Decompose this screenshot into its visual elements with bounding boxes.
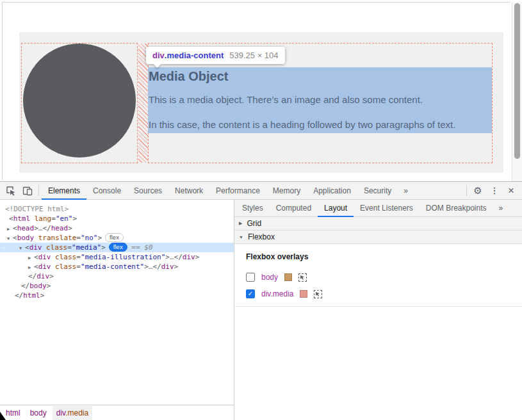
grid-section-header[interactable]: ▶ Grid	[234, 217, 522, 230]
tab-sources[interactable]: Sources	[127, 182, 168, 199]
code-token: </	[28, 272, 37, 280]
code-token: >	[97, 234, 102, 242]
code-token: "media-illustration"	[81, 253, 165, 261]
scrollbar-thumb[interactable]	[514, 3, 520, 159]
device-toolbar-icon[interactable]	[19, 182, 36, 199]
tab-elements[interactable]: Elements	[42, 182, 86, 199]
code-token: <	[25, 243, 29, 252]
sidebar-tab-dom-breakpoints[interactable]: DOM Breakpoints	[420, 200, 493, 216]
code-token: div	[37, 272, 49, 280]
tab-memory[interactable]: Memory	[266, 182, 307, 199]
toolbar-divider	[38, 185, 39, 196]
inspect-element-icon[interactable]	[3, 182, 19, 199]
elements-sidebar-pane: StylesComputedLayoutEvent ListenersDOM B…	[234, 200, 522, 420]
media-circle-image	[23, 44, 136, 158]
overlay-checkbox-checked[interactable]: ✓	[246, 289, 255, 298]
tab-console[interactable]: Console	[86, 182, 127, 199]
sidebar-tab-layout[interactable]: Layout	[318, 200, 354, 216]
customize-menu-icon[interactable]: ⋮	[486, 182, 503, 199]
code-token: <!DOCTYPE html>	[5, 205, 69, 213]
code-token: </	[15, 291, 23, 300]
code-token: body	[17, 234, 35, 242]
code-token: ==	[127, 243, 145, 252]
sidebar-tab-computed[interactable]: Computed	[270, 200, 318, 216]
devtools-toolbar: ElementsConsoleSourcesNetworkPerformance…	[0, 182, 522, 200]
tree-row[interactable]: <!DOCTYPE html>	[0, 204, 234, 214]
close-icon[interactable]: ×	[503, 182, 519, 199]
select-element-icon[interactable]	[314, 290, 322, 298]
tooltip-dimensions: 539.25 × 104	[229, 51, 278, 60]
tab-security[interactable]: Security	[357, 182, 398, 199]
overlay-row-body: body	[246, 269, 510, 286]
inspect-tooltip: div .media-content 539.25 × 104	[146, 47, 285, 64]
code-token: head	[51, 224, 69, 232]
code-token: </	[174, 253, 183, 261]
code-token: =	[67, 243, 72, 252]
more-tabs-chevron[interactable]: »	[398, 182, 414, 199]
media-heading: Media Object	[149, 69, 492, 84]
tree-row-selected[interactable]: ⋯▼<div class="media">flex == $0	[0, 243, 234, 252]
tree-row[interactable]: </div>	[0, 271, 234, 281]
overlay-color-swatch[interactable]	[300, 290, 307, 298]
browser-viewport: Media Object This is a media object. The…	[0, 0, 522, 181]
select-element-icon[interactable]	[298, 273, 307, 282]
elements-tree-pane: <!DOCTYPE html><html lang="en">▶<head>…<…	[0, 200, 234, 420]
tree-row[interactable]: </body>	[0, 281, 234, 291]
sidebar-tab-styles[interactable]: Styles	[236, 200, 270, 216]
settings-gear-icon[interactable]: ⚙	[469, 182, 486, 199]
overlay-color-swatch[interactable]	[284, 273, 292, 281]
flex-badge[interactable]: flex	[105, 233, 124, 242]
sidebar-more-tabs-chevron[interactable]: »	[493, 200, 509, 216]
overlay-element-label[interactable]: div.media	[261, 289, 293, 298]
tab-application[interactable]: Application	[307, 182, 357, 199]
code-token: body	[29, 282, 47, 290]
code-token: =	[51, 214, 56, 223]
code-token: …	[170, 253, 174, 261]
code-token: >	[195, 253, 200, 261]
code-token: >	[40, 291, 45, 300]
devtools-screenshot: Media Object This is a media object. The…	[0, 0, 522, 420]
code-token: $0	[144, 243, 152, 252]
page-scrollbar[interactable]	[512, 2, 522, 181]
tab-network[interactable]: Network	[168, 182, 209, 199]
viewport-border-left	[2, 2, 3, 181]
code-token: translate	[34, 234, 76, 242]
code-token: =	[76, 253, 81, 261]
code-token: >	[144, 262, 149, 271]
breadcrumb-item[interactable]: html	[2, 406, 24, 420]
row-more-actions-dots[interactable]: ⋯	[2, 243, 7, 252]
flexbox-overlay-list: body✓div.media	[246, 269, 510, 302]
breadcrumb-item[interactable]: div.media	[53, 406, 92, 420]
code-token: div	[38, 262, 51, 271]
tree-row[interactable]: ▶<div class="media-illustration">…</div>	[0, 252, 234, 262]
tree-row[interactable]: <html lang="en">	[0, 214, 234, 223]
expanded-triangle-icon: ▼	[239, 235, 243, 239]
code-token: >	[101, 243, 106, 252]
breadcrumb-item[interactable]: body	[26, 406, 51, 420]
breadcrumb-tag: body	[30, 408, 47, 417]
code-token: div	[161, 262, 174, 271]
code-token: div	[29, 243, 42, 252]
code-token: =	[76, 234, 81, 242]
breadcrumb-tag: div	[56, 408, 65, 417]
section-divider	[234, 306, 522, 307]
overlay-checkbox-unchecked[interactable]	[246, 273, 255, 282]
tree-row[interactable]: ▶<head>…</head>	[0, 223, 234, 233]
overlay-element-label[interactable]: body	[261, 273, 278, 282]
code-token: "media-content"	[81, 262, 144, 271]
flex-badge[interactable]: flex	[109, 243, 127, 252]
tree-row[interactable]: ▶<div class="media-content">…</div>	[0, 262, 234, 271]
sidebar-tab-event-listeners[interactable]: Event Listeners	[354, 200, 420, 216]
code-token: </	[42, 224, 51, 232]
tab-performance[interactable]: Performance	[209, 182, 266, 199]
code-token: >	[34, 224, 38, 232]
tree-row[interactable]: </html>	[0, 291, 234, 300]
devtools-panes: <!DOCTYPE html><html lang="en">▶<head>…<…	[0, 200, 522, 420]
grid-section-label: Grid	[247, 219, 261, 228]
code-token: >	[47, 282, 51, 290]
code-token: <	[34, 262, 38, 271]
flexbox-section-header[interactable]: ▼ Flexbox	[234, 230, 522, 244]
tree-row[interactable]: ▼<body translate="no">flex	[0, 233, 234, 243]
code-token: class	[42, 243, 68, 252]
sidebar-tab-bar: StylesComputedLayoutEvent ListenersDOM B…	[234, 200, 522, 217]
